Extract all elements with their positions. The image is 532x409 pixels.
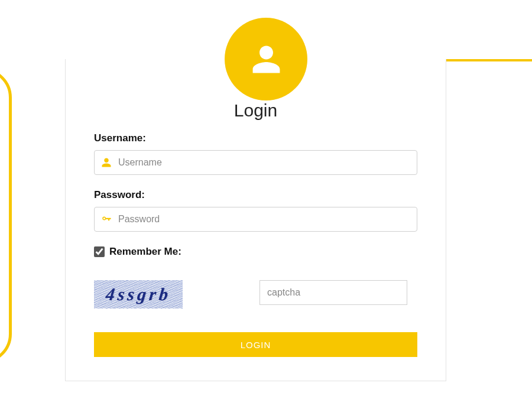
captcha-input[interactable] [259, 280, 407, 305]
remember-group: Remember Me: [94, 246, 417, 258]
password-label: Password: [94, 189, 417, 201]
password-input-wrap [94, 207, 417, 232]
login-title: Login [94, 100, 417, 121]
username-group: Username: [94, 132, 417, 175]
captcha-group: 4ssgrb [94, 280, 417, 309]
username-input[interactable] [94, 150, 417, 175]
username-label: Username: [94, 132, 417, 144]
user-icon [101, 157, 112, 168]
captcha-image: 4ssgrb [94, 280, 183, 309]
remember-label: Remember Me: [109, 246, 181, 258]
remember-checkbox[interactable] [94, 246, 105, 257]
user-icon [250, 43, 283, 76]
password-group: Password: [94, 189, 417, 232]
decorative-panel [0, 68, 12, 363]
username-input-wrap [94, 150, 417, 175]
password-input[interactable] [94, 207, 417, 232]
login-button[interactable]: LOGIN [94, 332, 417, 357]
login-avatar-badge [225, 18, 307, 100]
key-icon [101, 214, 112, 225]
captcha-image-text: 4ssgrb [105, 284, 172, 304]
login-card: Login Username: Password: Remember Me: 4… [65, 59, 446, 381]
